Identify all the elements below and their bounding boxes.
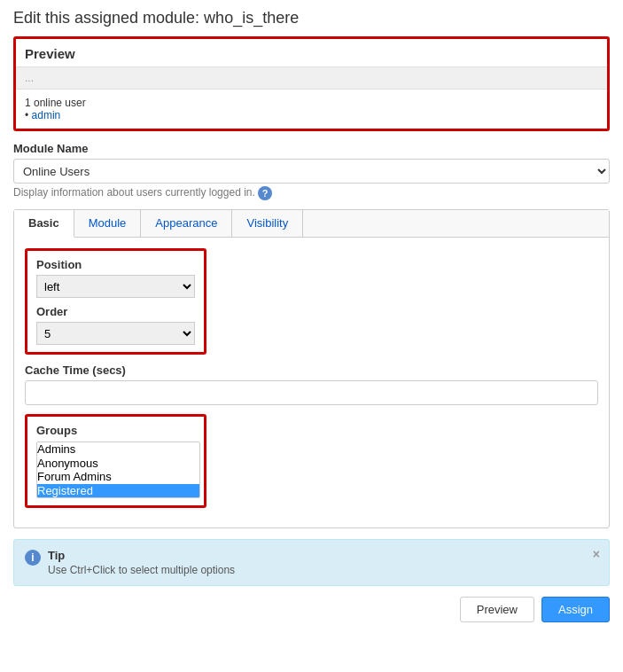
cache-time-label: Cache Time (secs) xyxy=(25,363,598,377)
group-option-forum-admins[interactable]: Forum Admins xyxy=(37,470,199,484)
order-label: Order xyxy=(36,305,195,318)
module-name-section: Module Name Online Users Display informa… xyxy=(13,142,610,200)
module-name-label: Module Name xyxy=(13,142,610,155)
groups-label: Groups xyxy=(36,424,195,437)
preview-dots: ... xyxy=(16,66,607,90)
bottom-bar: Preview Assign xyxy=(13,597,610,622)
position-select-wrap: left right top bottom xyxy=(36,275,195,298)
tabs-header: Basic Module Appearance Visibility xyxy=(14,210,609,238)
groups-listbox[interactable]: Admins Anonymous Forum Admins Registered xyxy=(36,441,200,498)
tip-close-button[interactable]: × xyxy=(593,547,600,561)
cache-time-input[interactable] xyxy=(25,380,598,405)
tip-text-group: Tip Use Ctrl+Click to select multiple op… xyxy=(48,549,235,576)
group-option-registered[interactable]: Registered xyxy=(37,484,199,498)
online-count-text: 1 online user xyxy=(25,97,86,109)
tip-body: Use Ctrl+Click to select multiple option… xyxy=(48,564,235,576)
tab-module[interactable]: Module xyxy=(74,210,142,237)
preview-content: 1 online user • admin xyxy=(16,90,607,129)
tip-title: Tip xyxy=(48,549,235,562)
tab-appearance[interactable]: Appearance xyxy=(141,210,232,237)
order-select-wrap: 1234 567 xyxy=(36,322,195,345)
help-icon[interactable]: ? xyxy=(258,186,272,200)
preview-user-link[interactable]: admin xyxy=(32,109,61,121)
tab-basic[interactable]: Basic xyxy=(14,210,74,238)
preview-button[interactable]: Preview xyxy=(460,597,534,622)
basic-tab-panel: Position left right top bottom Order 123… xyxy=(14,238,609,527)
preview-box: Preview ... 1 online user • admin xyxy=(13,36,610,131)
position-select[interactable]: left right top bottom xyxy=(36,275,195,298)
cache-time-section: Cache Time (secs) xyxy=(25,363,598,405)
module-name-select[interactable]: Online Users xyxy=(13,159,610,184)
page-title: Edit this assigned module: who_is_there xyxy=(13,9,610,27)
tabs-wrapper: Basic Module Appearance Visibility Posit… xyxy=(13,209,610,528)
tip-icon: i xyxy=(25,550,41,566)
order-select[interactable]: 1234 567 xyxy=(36,322,195,345)
position-order-box: Position left right top bottom Order 123… xyxy=(25,248,206,355)
module-name-desc-text: Display information about users currentl… xyxy=(13,186,255,199)
tab-visibility[interactable]: Visibility xyxy=(232,210,303,237)
group-option-anonymous[interactable]: Anonymous xyxy=(37,457,199,471)
tip-box: i Tip Use Ctrl+Click to select multiple … xyxy=(13,539,610,586)
group-option-admins[interactable]: Admins xyxy=(37,442,199,457)
module-name-desc: Display information about users currentl… xyxy=(13,186,610,200)
groups-box: Groups Admins Anonymous Forum Admins Reg… xyxy=(25,414,206,508)
preview-title: Preview xyxy=(16,39,607,66)
assign-button[interactable]: Assign xyxy=(541,597,610,622)
position-label: Position xyxy=(36,258,195,271)
